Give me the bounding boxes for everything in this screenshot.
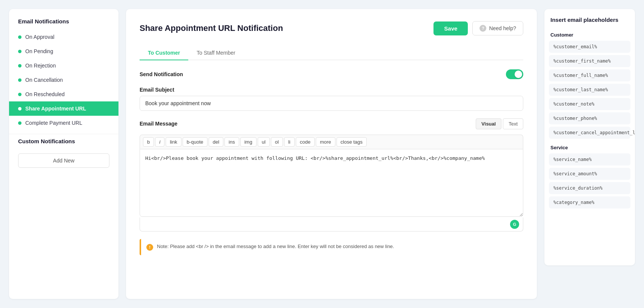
placeholder-item[interactable]: %customer_cancel_appointment_link% <box>549 127 630 139</box>
sidebar-item-on-approval[interactable]: On Approval <box>9 30 118 44</box>
sidebar-item-complete-payment-url[interactable]: Complete Payment URL <box>9 116 118 130</box>
sidebar-item-on-rejection[interactable]: On Rejection <box>9 58 118 73</box>
toolbar-del[interactable]: del <box>209 137 223 147</box>
email-subject-label: Email Subject <box>140 87 523 93</box>
placeholder-item[interactable]: %service_amount% <box>549 168 630 180</box>
toolbar-link[interactable]: link <box>166 137 181 147</box>
email-message-textarea[interactable]: Hi<br/>Please book your appointment with… <box>140 149 523 217</box>
note-icon: ! <box>146 244 153 251</box>
help-icon: ? <box>480 25 486 32</box>
send-notification-row: Send Notification <box>140 69 523 79</box>
view-toggle-row: Visual Text <box>476 118 523 129</box>
placeholder-item[interactable]: %customer_email% <box>549 41 630 53</box>
sidebar-item-on-rescheduled[interactable]: On Rescheduled <box>9 87 118 101</box>
send-notification-toggle[interactable] <box>506 69 523 79</box>
toolbar-more[interactable]: more <box>316 137 335 147</box>
sidebar-item-on-cancellation[interactable]: On Cancellation <box>9 73 118 87</box>
sidebar-section-email-notifications: Email Notifications <box>9 18 118 30</box>
tab-to-customer[interactable]: To Customer <box>140 46 188 60</box>
placeholder-section-service: Service <box>544 141 635 153</box>
toolbar-italic[interactable]: i <box>155 137 164 147</box>
sidebar-divider <box>9 134 118 134</box>
placeholder-item[interactable]: %service_name% <box>549 153 630 165</box>
placeholders-title: Insert email placeholders <box>544 17 635 28</box>
placeholders-panel: Insert email placeholders Customer %cust… <box>544 9 635 265</box>
placeholder-section-customer: Customer <box>544 28 635 41</box>
placeholder-item[interactable]: %service_duration% <box>549 182 630 194</box>
sidebar: Email Notifications On Approval On Pendi… <box>9 9 118 299</box>
toolbar-ol[interactable]: ol <box>271 137 283 147</box>
placeholder-item[interactable]: %customer_note% <box>549 98 630 110</box>
visual-view-button[interactable]: Visual <box>476 118 501 129</box>
toolbar-close-tags[interactable]: close tags <box>337 137 367 147</box>
placeholder-item[interactable]: %customer_full_name% <box>549 69 630 81</box>
main-content: Share Appointment URL Notification Save … <box>126 9 537 299</box>
sidebar-item-share-appointment-url[interactable]: Share Appointment URL <box>9 101 118 116</box>
note-bar: ! Note: Please add <br /> in the email m… <box>140 239 523 255</box>
save-button[interactable]: Save <box>433 21 468 35</box>
email-subject-input[interactable] <box>140 96 523 111</box>
tabs: To Customer To Staff Member <box>140 46 523 60</box>
help-button[interactable]: ? Need help? <box>472 21 523 35</box>
email-subject-group: Email Subject <box>140 87 523 111</box>
dot-icon <box>18 121 22 125</box>
toolbar-ins[interactable]: ins <box>224 137 239 147</box>
dot-icon <box>18 93 22 96</box>
placeholder-item[interactable]: %customer_last_name% <box>549 84 630 96</box>
placeholder-item[interactable]: %category_name% <box>549 196 630 208</box>
page-title: Share Appointment URL Notification <box>140 23 283 33</box>
toolbar-img[interactable]: img <box>240 137 257 147</box>
sidebar-item-on-pending[interactable]: On Pending <box>9 44 118 58</box>
toolbar-bold[interactable]: b <box>143 137 154 147</box>
email-message-label: Email Message <box>140 121 177 127</box>
dot-icon <box>18 64 22 67</box>
dot-icon <box>18 50 22 53</box>
text-view-button[interactable]: Text <box>503 118 523 129</box>
send-notification-label: Send Notification <box>140 71 183 77</box>
toolbar-ul[interactable]: ul <box>258 137 270 147</box>
dot-icon <box>18 78 22 82</box>
editor-footer: G <box>140 218 523 231</box>
placeholder-item[interactable]: %customer_first_name% <box>549 55 630 67</box>
tab-to-staff-member[interactable]: To Staff Member <box>188 46 243 60</box>
note-text: Note: Please add <br /> in the email mes… <box>157 244 394 249</box>
header-actions: Save ? Need help? <box>433 21 523 35</box>
toolbar-bquote[interactable]: b-quote <box>183 137 207 147</box>
main-header: Share Appointment URL Notification Save … <box>140 21 523 35</box>
toolbar-li[interactable]: li <box>284 137 295 147</box>
email-message-group: Email Message Visual Text b i link b-quo… <box>140 118 523 231</box>
placeholder-item[interactable]: %customer_phone% <box>549 112 630 124</box>
editor-toolbar: b i link b-quote del ins img ul ol li co… <box>140 135 523 149</box>
sidebar-section-custom-notifications: Custom Notifications <box>9 138 118 150</box>
dot-icon <box>18 107 22 110</box>
grammarly-icon: G <box>510 220 519 229</box>
dot-icon <box>18 35 22 39</box>
toolbar-code[interactable]: code <box>296 137 315 147</box>
add-new-button[interactable]: Add New <box>18 153 109 168</box>
